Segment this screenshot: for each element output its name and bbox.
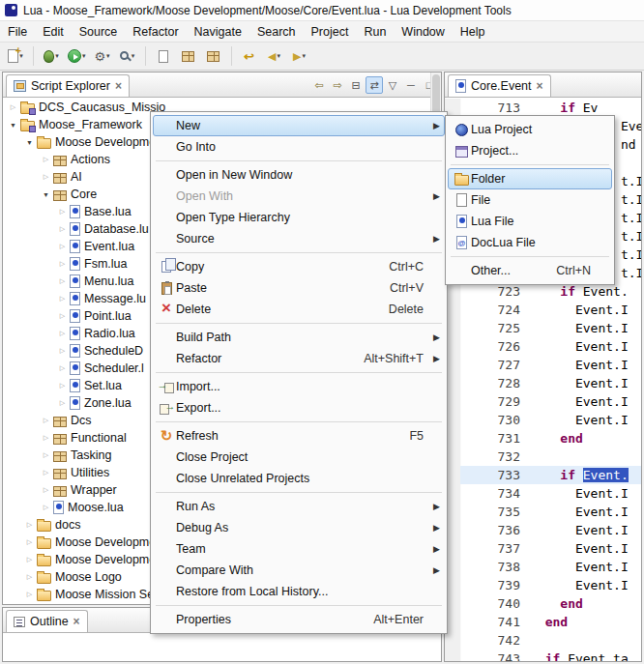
new-submenu-item-other[interactable]: Other...Ctrl+N — [448, 260, 612, 281]
code-line-727[interactable]: 727Event.I — [445, 356, 641, 374]
context-menu-item-run-as[interactable]: Run As▶ — [153, 496, 445, 517]
collapsed-arrow-icon[interactable]: ▷ — [56, 277, 69, 285]
menubar-item-file[interactable]: File — [0, 23, 35, 41]
collapsed-arrow-icon[interactable]: ▷ — [23, 573, 36, 581]
new-wizard-button[interactable]: ▾ — [4, 44, 27, 68]
code-line-734[interactable]: 734Event.I — [445, 484, 641, 503]
collapsed-arrow-icon[interactable]: ▷ — [56, 364, 69, 372]
new-submenu-item-lua-file[interactable]: Lua File — [448, 211, 612, 232]
minimize-icon[interactable]: ─ — [402, 76, 420, 94]
debug-button[interactable]: ▾ — [40, 44, 63, 68]
menubar-item-refactor[interactable]: Refactor — [125, 23, 186, 41]
forward-button[interactable]: ▶▾ — [288, 44, 311, 68]
menubar-item-source[interactable]: Source — [72, 23, 126, 41]
context-menu-item-import[interactable]: Import... — [153, 376, 445, 397]
code-line-731[interactable]: 731end — [445, 429, 641, 447]
collapsed-arrow-icon[interactable]: ▷ — [40, 469, 52, 476]
code-line-732[interactable]: 732 — [445, 447, 641, 466]
collapsed-arrow-icon[interactable]: ▷ — [23, 538, 36, 546]
expanded-arrow-icon[interactable]: ▼ — [7, 122, 19, 129]
code-line-726[interactable]: 726Event.I — [445, 337, 641, 356]
code-line-743[interactable]: 743if Event.ta — [445, 650, 641, 662]
context-menu-item-properties[interactable]: PropertiesAlt+Enter — [153, 609, 445, 630]
close-icon[interactable]: × — [115, 81, 122, 91]
collapsed-arrow-icon[interactable]: ▷ — [23, 521, 36, 529]
menubar-item-window[interactable]: Window — [394, 23, 452, 41]
code-line-724[interactable]: 724Event.I — [445, 301, 641, 319]
collapse-all-icon[interactable]: ⊟ — [347, 76, 365, 94]
code-line-738[interactable]: 738Event.I — [445, 558, 641, 576]
back-button[interactable]: ◀▾ — [263, 44, 286, 68]
collapsed-arrow-icon[interactable]: ▷ — [56, 312, 69, 320]
new-submenu-item-file[interactable]: File — [448, 189, 612, 211]
code-line-742[interactable]: 742 — [445, 631, 641, 650]
collapsed-arrow-icon[interactable]: ▷ — [23, 591, 36, 598]
menubar-item-edit[interactable]: Edit — [35, 23, 72, 41]
context-menu-item-restore-from-local-history[interactable]: Restore from Local History... — [153, 581, 445, 602]
context-menu-item-close-unrelated-projects[interactable]: Close Unrelated Projects — [153, 468, 445, 489]
close-icon[interactable]: × — [537, 81, 543, 91]
collapsed-arrow-icon[interactable]: ▷ — [56, 399, 69, 407]
table-view-1-button[interactable] — [177, 44, 200, 68]
collapsed-arrow-icon[interactable]: ▷ — [56, 225, 69, 233]
new-submenu-item-doclua-file[interactable]: DocLua File — [448, 232, 612, 253]
new-submenu-item-folder[interactable]: Folder — [448, 168, 612, 189]
context-menu-item-go-into[interactable]: Go Into — [153, 136, 445, 158]
menubar-item-navigate[interactable]: Navigate — [187, 23, 249, 41]
view-menu-icon[interactable]: ▽ — [384, 76, 401, 94]
collapsed-arrow-icon[interactable]: ▷ — [56, 347, 69, 355]
expanded-arrow-icon[interactable]: ▼ — [40, 191, 52, 198]
collapsed-arrow-icon[interactable]: ▷ — [7, 103, 19, 111]
context-menu-item-open-in-new-window[interactable]: Open in New Window — [153, 164, 445, 186]
link-with-editor-icon[interactable]: ⇄ — [366, 76, 383, 94]
search-button[interactable]: ▾ — [116, 44, 139, 68]
forward-icon[interactable]: ⇨ — [329, 76, 346, 94]
table-view-2-button[interactable] — [202, 44, 225, 68]
context-menu-item-new[interactable]: New▶ — [153, 115, 445, 136]
context-menu-item-build-path[interactable]: Build Path▶ — [153, 327, 445, 348]
code-line-728[interactable]: 728Event.I — [445, 374, 641, 392]
menubar-item-help[interactable]: Help — [453, 23, 493, 41]
code-line-729[interactable]: 729Event.I — [445, 392, 641, 411]
code-line-733[interactable]: 733if Event. — [445, 466, 641, 484]
code-line-741[interactable]: 741end — [445, 613, 641, 631]
code-line-740[interactable]: 740end — [445, 594, 641, 613]
back-icon[interactable]: ⇦ — [310, 76, 328, 94]
close-icon[interactable]: × — [73, 617, 80, 626]
code-line-725[interactable]: 725Event.I — [445, 319, 641, 337]
code-line-736[interactable]: 736Event.I — [445, 521, 641, 539]
tab-core-event[interactable]: Core.Event × — [448, 74, 551, 97]
menubar-item-run[interactable]: Run — [356, 23, 394, 41]
context-menu-item-close-project[interactable]: Close Project — [153, 447, 445, 468]
collapsed-arrow-icon[interactable]: ▷ — [56, 208, 69, 216]
expanded-arrow-icon[interactable]: ▼ — [23, 139, 36, 146]
code-line-735[interactable]: 735Event.I — [445, 503, 641, 521]
last-edit-location-button[interactable]: ↩ — [238, 44, 261, 68]
open-resource-button[interactable] — [152, 44, 175, 68]
collapsed-arrow-icon[interactable]: ▷ — [56, 382, 69, 390]
code-line-730[interactable]: 730Event.I — [445, 411, 641, 429]
new-submenu-item-lua-project[interactable]: Lua Project — [448, 119, 612, 140]
context-menu-item-copy[interactable]: CopyCtrl+C — [153, 256, 445, 277]
context-menu-item-export[interactable]: Export... — [153, 397, 445, 419]
collapsed-arrow-icon[interactable]: ▷ — [56, 330, 69, 337]
menubar-item-search[interactable]: Search — [249, 23, 304, 41]
collapsed-arrow-icon[interactable]: ▷ — [40, 451, 52, 459]
collapsed-arrow-icon[interactable]: ▷ — [40, 156, 52, 163]
collapsed-arrow-icon[interactable]: ▷ — [56, 243, 69, 250]
collapsed-arrow-icon[interactable]: ▷ — [40, 486, 52, 494]
context-menu-item-source[interactable]: Source▶ — [153, 228, 445, 249]
tab-script-explorer[interactable]: Script Explorer × — [6, 74, 130, 97]
collapsed-arrow-icon[interactable]: ▷ — [40, 417, 52, 424]
context-menu-item-refresh[interactable]: RefreshF5 — [153, 425, 445, 447]
context-menu-item-open-type-hierarchy[interactable]: Open Type Hierarchy — [153, 207, 445, 228]
collapsed-arrow-icon[interactable]: ▷ — [40, 504, 52, 511]
new-submenu-item-project[interactable]: Project... — [448, 140, 612, 161]
run-button[interactable]: ▾ — [65, 44, 89, 68]
tab-outline[interactable]: Outline × — [6, 610, 88, 632]
menubar-item-project[interactable]: Project — [304, 23, 357, 41]
collapsed-arrow-icon[interactable]: ▷ — [40, 173, 52, 181]
collapsed-arrow-icon[interactable]: ▷ — [56, 295, 69, 303]
collapsed-arrow-icon[interactable]: ▷ — [23, 556, 36, 563]
code-line-737[interactable]: 737Event.I — [445, 539, 641, 558]
